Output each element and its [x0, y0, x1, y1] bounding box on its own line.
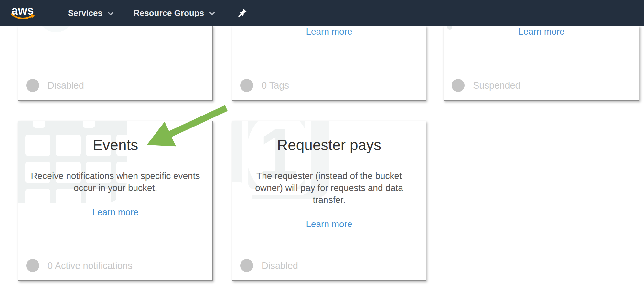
- card-footer: Suspended: [452, 70, 631, 100]
- top-navbar: aws Services Resource Groups: [0, 0, 644, 26]
- nav-item-services[interactable]: Services: [68, 8, 113, 18]
- status-indicator-dot: [452, 79, 465, 92]
- status-row: 0 Active notifications: [26, 259, 205, 272]
- resource-groups-label: Resource Groups: [134, 8, 204, 18]
- learn-more-link[interactable]: Learn more: [240, 27, 418, 37]
- card-events[interactable]: Events Receive notifications when specif…: [18, 121, 213, 281]
- card-top-right[interactable]: Learn more Suspended: [444, 26, 639, 101]
- divider: [240, 250, 418, 250]
- card-description: The requester (instead of the bucket own…: [247, 170, 411, 206]
- divider: [240, 70, 418, 70]
- divider: [452, 70, 631, 70]
- status-indicator-dot: [26, 79, 39, 92]
- chevron-down-icon: [108, 12, 113, 16]
- status-text: 0 Tags: [262, 80, 289, 91]
- status-indicator-dot: [240, 259, 253, 272]
- card-description: Receive notifications when specific even…: [26, 170, 205, 194]
- card-requester-pays[interactable]: 1 Requester pays The requester (instead …: [232, 121, 426, 281]
- learn-more-link[interactable]: Learn more: [26, 207, 205, 217]
- status-indicator-dot: [240, 79, 253, 92]
- pushpin-icon[interactable]: [238, 8, 247, 18]
- services-label: Services: [68, 8, 102, 18]
- learn-more-link[interactable]: Learn more: [452, 27, 631, 37]
- status-row: Suspended: [452, 79, 631, 92]
- aws-smile-icon: [10, 13, 36, 20]
- card-footer: 0 Active notifications: [26, 250, 205, 280]
- status-indicator-dot: [26, 259, 39, 272]
- status-text: Suspended: [473, 80, 521, 91]
- aws-logo[interactable]: aws: [10, 6, 36, 20]
- card-footer: 0 Tags: [240, 70, 418, 100]
- card-top-middle[interactable]: Learn more 0 Tags: [232, 26, 426, 101]
- status-row: 0 Tags: [240, 79, 418, 92]
- card-top-left[interactable]: Disabled: [18, 26, 213, 101]
- status-row: Disabled: [26, 79, 205, 92]
- status-row: Disabled: [240, 259, 418, 272]
- chevron-down-icon: [209, 12, 215, 16]
- learn-more-link[interactable]: Learn more: [240, 219, 418, 229]
- divider: [26, 250, 205, 250]
- status-text: Disabled: [48, 80, 84, 91]
- partial-icon-remnant: [38, 26, 74, 32]
- card-footer: Disabled: [26, 70, 205, 100]
- status-text: 0 Active notifications: [48, 260, 133, 271]
- card-title: Events: [26, 136, 205, 154]
- divider: [26, 70, 205, 70]
- card-title: Requester pays: [240, 136, 418, 154]
- status-text: Disabled: [262, 260, 298, 271]
- card-footer: Disabled: [240, 250, 418, 280]
- nav-item-resource-groups[interactable]: Resource Groups: [134, 8, 215, 18]
